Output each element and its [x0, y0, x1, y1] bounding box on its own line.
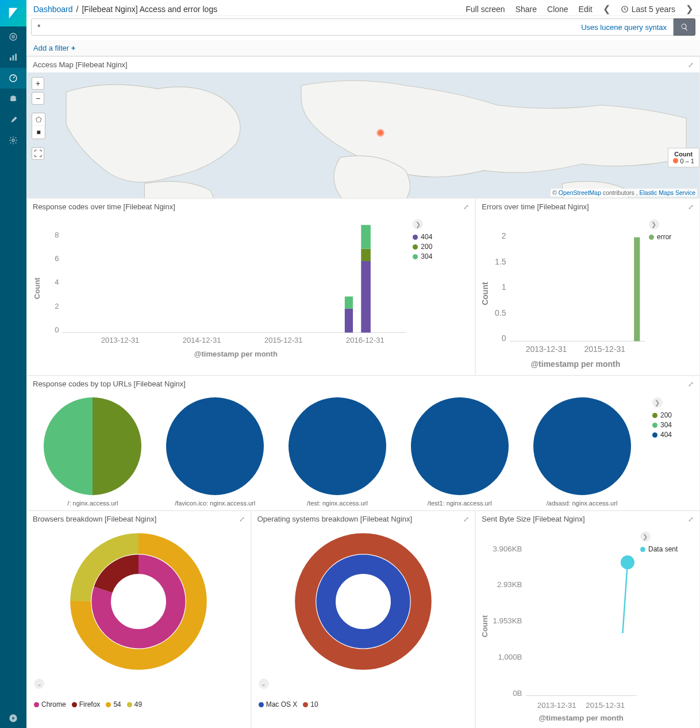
legend-item[interactable]: 304: [413, 252, 470, 260]
map-draw-polygon[interactable]: ⬠: [32, 113, 45, 126]
ems-link[interactable]: Elastic Maps Service: [640, 189, 695, 196]
map-attribution: © OpenStreetMap contributors , Elastic M…: [551, 189, 697, 197]
svg-text:@timestamp per month: @timestamp per month: [194, 350, 278, 358]
pie-chart[interactable]: [289, 397, 386, 495]
errors-chart[interactable]: Count 00.511.52 2013-12-312015-12-31 @ti…: [480, 217, 649, 370]
legend-toggle-icon[interactable]: ⌄: [259, 679, 269, 689]
breadcrumb-root[interactable]: Dashboard: [33, 5, 73, 14]
legend-toggle-icon[interactable]: ❯: [413, 219, 423, 229]
svg-rect-37: [634, 237, 640, 342]
pie-chart[interactable]: [533, 397, 631, 495]
expand-icon[interactable]: ⤢: [688, 380, 694, 388]
legend-item[interactable]: 200: [413, 243, 470, 251]
svg-text:2015-12-31: 2015-12-31: [586, 702, 625, 710]
svg-text:3.906KB: 3.906KB: [493, 545, 522, 553]
browsers-donut[interactable]: [70, 532, 207, 670]
legend-toggle-icon[interactable]: ⌄: [34, 679, 44, 689]
map-fit-bounds[interactable]: ⛶: [32, 147, 44, 160]
legend-toggle-icon[interactable]: ❯: [652, 397, 663, 408]
legend-item[interactable]: 404: [652, 431, 695, 439]
panel-errors: Errors over time [Filebeat Nginx] ⤢ Coun…: [475, 198, 700, 376]
search-button[interactable]: [674, 18, 695, 36]
legend-item[interactable]: 404: [413, 233, 470, 241]
time-prev-icon[interactable]: ❮: [603, 3, 610, 14]
legend-item[interactable]: Chrome: [34, 700, 66, 708]
svg-rect-2: [10, 58, 11, 60]
svg-text:Count: Count: [480, 615, 489, 637]
legend-item[interactable]: Firefox: [72, 700, 101, 708]
svg-point-47: [326, 564, 401, 639]
nav-management-icon[interactable]: [0, 130, 26, 151]
panel-browsers: Browsers breakdown [Filebeat Nginx] ⤢ ⌄: [26, 511, 251, 728]
share-button[interactable]: Share: [516, 5, 537, 14]
legend-toggle-icon[interactable]: ❯: [649, 219, 659, 229]
map-draw-rect[interactable]: ■: [32, 126, 45, 139]
svg-line-58: [623, 562, 628, 633]
expand-icon[interactable]: ⤢: [239, 515, 245, 523]
svg-text:2013-12-31: 2013-12-31: [101, 336, 140, 344]
time-picker[interactable]: Last 5 years: [621, 5, 675, 14]
map-zoom-out[interactable]: −: [32, 92, 44, 105]
legend-item[interactable]: 200: [652, 411, 695, 419]
nav-collapse-icon[interactable]: [0, 708, 26, 728]
panel-response-by-url: Response codes by top URLs [Filebeat Ngi…: [26, 376, 700, 511]
kibana-logo[interactable]: [0, 0, 26, 26]
search-icon: [680, 23, 689, 31]
svg-text:2013-12-31: 2013-12-31: [526, 344, 567, 354]
svg-point-0: [10, 33, 17, 40]
svg-text:1.5: 1.5: [495, 257, 506, 266]
pie-label: /adsasd: nginx.access.url: [547, 500, 618, 507]
expand-icon[interactable]: ⤢: [463, 515, 469, 523]
svg-text:1,000B: 1,000B: [498, 653, 522, 661]
bytes-chart[interactable]: Count 0B 1,000B 1.953KB 2.93KB 3.906KB 2…: [480, 529, 640, 723]
clock-icon: [621, 5, 629, 13]
nav-discover-icon[interactable]: [0, 26, 26, 47]
expand-icon[interactable]: ⤢: [688, 203, 694, 211]
edit-button[interactable]: Edit: [579, 5, 593, 14]
sidebar: [0, 0, 26, 728]
panel-title: Sent Byte Size [Filebeat Nginx]: [482, 515, 584, 523]
nav-devtools-icon[interactable]: [0, 109, 26, 130]
legend-item[interactable]: 304: [652, 421, 695, 429]
svg-text:4: 4: [55, 278, 59, 286]
legend-item[interactable]: Mac OS X: [259, 700, 298, 708]
panel-title: Operating systems breakdown [Filebeat Ng…: [257, 515, 413, 523]
pie-label: /: nginx.access.url: [67, 500, 118, 507]
panel-title: Response codes over time [Filebeat Nginx…: [33, 202, 175, 211]
expand-icon[interactable]: ⤢: [688, 61, 694, 69]
breadcrumb: Dashboard / [Filebeat Nginx] Access and …: [33, 5, 217, 14]
response-codes-chart[interactable]: Count 02468 2013-12-312014-12-312015-12-…: [32, 217, 413, 360]
legend-item[interactable]: Data sent: [640, 545, 695, 553]
os-donut[interactable]: [294, 532, 432, 670]
svg-rect-25: [361, 249, 371, 261]
pie-chart[interactable]: [166, 397, 264, 495]
map-area[interactable]: + − ⬠ ■ ⛶ Count 0 – 1: [27, 72, 699, 198]
svg-text:2013-12-31: 2013-12-31: [537, 702, 576, 710]
pie-chart[interactable]: [44, 397, 141, 495]
svg-text:Count: Count: [480, 282, 490, 305]
svg-point-59: [621, 555, 634, 569]
search-input[interactable]: [31, 18, 674, 36]
panel-access-map: Access Map [Filebeat Nginx] ⤢: [26, 56, 700, 198]
nav-timelion-icon[interactable]: [0, 89, 26, 109]
legend-toggle-icon[interactable]: ❯: [640, 531, 651, 542]
clone-button[interactable]: Clone: [547, 5, 568, 14]
svg-text:1.953KB: 1.953KB: [493, 616, 522, 625]
pie-chart[interactable]: [411, 397, 509, 495]
legend-item[interactable]: 10: [303, 700, 318, 708]
legend-item[interactable]: 49: [127, 700, 142, 708]
legend-item[interactable]: 54: [106, 700, 121, 708]
time-next-icon[interactable]: ❯: [686, 3, 693, 14]
svg-text:2.93KB: 2.93KB: [497, 581, 522, 589]
fullscreen-button[interactable]: Full screen: [466, 5, 505, 14]
expand-icon[interactable]: ⤢: [688, 515, 694, 523]
svg-text:@timestamp per month: @timestamp per month: [539, 714, 624, 722]
nav-visualize-icon[interactable]: [0, 47, 26, 68]
osm-link[interactable]: OpenStreetMap: [559, 189, 601, 196]
legend-item[interactable]: error: [649, 233, 695, 241]
search-hint[interactable]: Uses lucene query syntax: [581, 23, 667, 32]
expand-icon[interactable]: ⤢: [463, 203, 469, 211]
add-filter-button[interactable]: Add a filter +: [33, 44, 75, 52]
nav-dashboard-icon[interactable]: [0, 68, 26, 89]
map-zoom-in[interactable]: +: [32, 77, 44, 90]
